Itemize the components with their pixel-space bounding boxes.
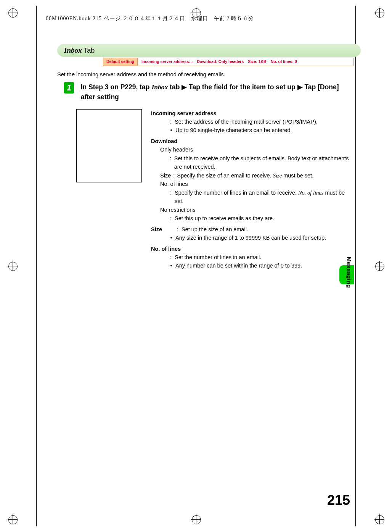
section-title-rest: Tab [82,47,95,54]
text: Any number can be set within the range o… [175,261,302,270]
text: Set up the size of an email. [182,225,248,234]
step-instruction: In Step 3 on P229, tap Inbox tab ▶ Tap t… [81,82,354,102]
desc-size: :Set up the size of an email. [176,225,248,234]
label-nol-in: No. of lines [151,180,354,188]
text: Specify the size of an email to receive. [177,172,273,179]
desc-only-headers: :Set this to receive only the subjects o… [151,154,354,171]
text: Specify the number of lines in an email … [175,190,298,196]
side-label: Messaging [346,257,352,288]
text: Set the address of the incoming mail ser… [175,118,318,126]
details: Incoming server address :Set the address… [151,109,354,270]
heading-incoming: Incoming server address [151,109,354,118]
text: must be set. [282,172,313,179]
section-header: Inbox Tab [57,44,361,57]
arrow-icon: ▶ [297,83,303,91]
registration-mark-icon [374,514,384,524]
heading-nol: No. of lines [151,245,354,253]
step-text-italic: Inbox [151,83,168,91]
step: 1 In Step 3 on P229, tap Inbox tab ▶ Tap… [64,82,354,102]
bullet-size: •Any size in the range of 1 to 99999 KB … [151,234,354,242]
step-text: Tap the field for the item to set up [187,83,297,91]
registration-mark-icon [374,261,384,271]
bullet-incoming: •Up to 90 single-byte characters can be … [151,126,354,134]
page-number: 215 [327,492,350,508]
step-number: 1 [64,82,74,94]
screenshot-placeholder [76,109,142,182]
content: Inbox Tab Default setting Incoming serve… [57,44,354,270]
registration-mark-icon [8,514,18,524]
desc-nol: :Set the number of lines in an email. [151,253,354,261]
desc-nol-in: : Specify the number of lines in an emai… [151,189,354,206]
bullet-nol: •Any number can be set within the range … [151,261,354,270]
text: Set this to receive only the subjects of… [174,154,354,171]
registration-mark-icon [191,514,201,524]
row-size-header: Size :Set up the size of an email. [151,223,354,234]
text-italic: Size [273,172,282,179]
section-title-italic: Inbox [64,46,82,54]
label-nores: No restrictions [151,206,354,214]
default-settings-row: Default setting Incoming server address:… [103,58,354,66]
intro-text: Set the incoming server address and the … [57,71,354,77]
desc-nores: :Set this up to receive emails as they a… [151,214,354,222]
step-text: tab [168,83,182,91]
registration-mark-icon [8,8,18,18]
registration-mark-icon [8,261,18,271]
default-settings-values: Incoming server address: - Download: Onl… [138,58,301,66]
manual-page: 00M1000EN.book 215 ページ ２００４年１１月２４日 水曜日 午… [0,0,392,532]
desc-size-in: Size: Specify the size of an email to re… [151,171,354,180]
arrow-icon: ▶ [182,83,187,91]
heading-download: Download [151,137,354,145]
crop-line [36,6,37,526]
registration-mark-icon [374,8,384,18]
text: Set this up to receive emails as they ar… [175,214,274,222]
body-row: Incoming server address :Set the address… [76,109,354,270]
book-metadata: 00M1000EN.book 215 ページ ２００４年１１月２４日 水曜日 午… [46,15,254,22]
label-only-headers: Only headers [151,145,354,154]
crop-line [355,6,356,526]
text: Any size in the range of 1 to 99999 KB c… [175,234,326,242]
default-settings-label: Default setting [103,58,138,66]
step-text: In Step 3 on P229, tap [81,83,152,91]
text-italic: No. of lines [298,190,323,196]
text: Size [160,171,171,180]
heading-size: Size [151,225,169,234]
desc-incoming: :Set the address of the incoming mail se… [151,118,354,126]
text: Up to 90 single-byte characters can be e… [175,126,292,134]
text: Set the number of lines in an email. [175,253,261,261]
